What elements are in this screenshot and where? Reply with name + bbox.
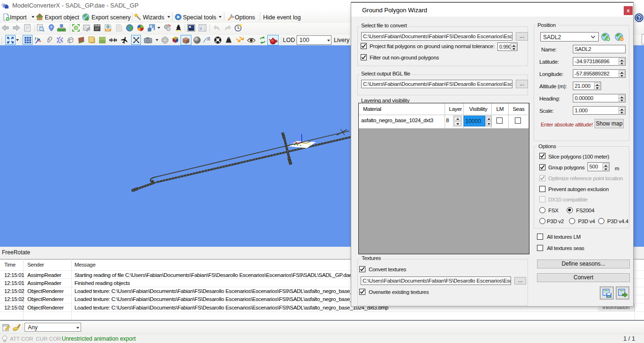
- svg-text:?: ?: [637, 15, 641, 21]
- svg-text:XML: XML: [106, 29, 110, 31]
